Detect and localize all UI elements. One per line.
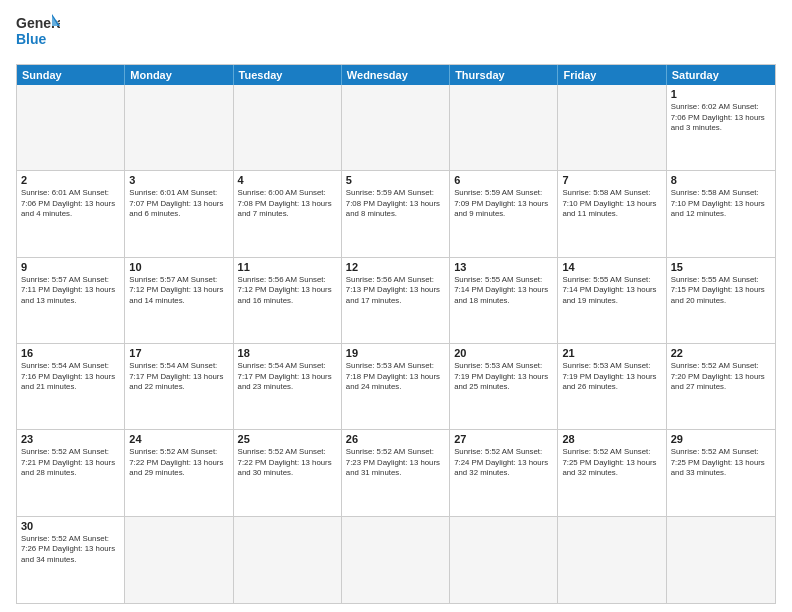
day-header: Sunday xyxy=(17,65,125,85)
calendar-cell xyxy=(342,517,450,603)
calendar-week: 23Sunrise: 5:52 AM Sunset: 7:21 PM Dayli… xyxy=(17,430,775,516)
cell-date: 17 xyxy=(129,347,228,359)
cell-date: 26 xyxy=(346,433,445,445)
calendar-cell: 24Sunrise: 5:52 AM Sunset: 7:22 PM Dayli… xyxy=(125,430,233,515)
cell-info: Sunrise: 5:53 AM Sunset: 7:18 PM Dayligh… xyxy=(346,361,445,393)
cell-date: 13 xyxy=(454,261,553,273)
calendar-cell: 28Sunrise: 5:52 AM Sunset: 7:25 PM Dayli… xyxy=(558,430,666,515)
cell-info: Sunrise: 5:53 AM Sunset: 7:19 PM Dayligh… xyxy=(562,361,661,393)
calendar-week: 1Sunrise: 6:02 AM Sunset: 7:06 PM Daylig… xyxy=(17,85,775,171)
calendar-cell: 23Sunrise: 5:52 AM Sunset: 7:21 PM Dayli… xyxy=(17,430,125,515)
cell-info: Sunrise: 5:59 AM Sunset: 7:09 PM Dayligh… xyxy=(454,188,553,220)
cell-date: 8 xyxy=(671,174,771,186)
cell-info: Sunrise: 5:55 AM Sunset: 7:15 PM Dayligh… xyxy=(671,275,771,307)
calendar-cell: 1Sunrise: 6:02 AM Sunset: 7:06 PM Daylig… xyxy=(667,85,775,170)
cell-info: Sunrise: 5:53 AM Sunset: 7:19 PM Dayligh… xyxy=(454,361,553,393)
calendar-cell xyxy=(234,517,342,603)
cell-info: Sunrise: 5:54 AM Sunset: 7:16 PM Dayligh… xyxy=(21,361,120,393)
calendar-body: 1Sunrise: 6:02 AM Sunset: 7:06 PM Daylig… xyxy=(17,85,775,603)
cell-date: 15 xyxy=(671,261,771,273)
cell-date: 25 xyxy=(238,433,337,445)
cell-date: 27 xyxy=(454,433,553,445)
calendar-cell: 3Sunrise: 6:01 AM Sunset: 7:07 PM Daylig… xyxy=(125,171,233,256)
calendar: SundayMondayTuesdayWednesdayThursdayFrid… xyxy=(16,64,776,604)
cell-info: Sunrise: 5:52 AM Sunset: 7:22 PM Dayligh… xyxy=(238,447,337,479)
cell-info: Sunrise: 5:55 AM Sunset: 7:14 PM Dayligh… xyxy=(454,275,553,307)
calendar-cell: 13Sunrise: 5:55 AM Sunset: 7:14 PM Dayli… xyxy=(450,258,558,343)
cell-date: 2 xyxy=(21,174,120,186)
calendar-week: 2Sunrise: 6:01 AM Sunset: 7:06 PM Daylig… xyxy=(17,171,775,257)
day-header: Wednesday xyxy=(342,65,450,85)
cell-date: 24 xyxy=(129,433,228,445)
calendar-cell xyxy=(450,85,558,170)
cell-date: 12 xyxy=(346,261,445,273)
calendar-cell xyxy=(450,517,558,603)
cell-date: 5 xyxy=(346,174,445,186)
cell-date: 20 xyxy=(454,347,553,359)
cell-info: Sunrise: 5:55 AM Sunset: 7:14 PM Dayligh… xyxy=(562,275,661,307)
calendar-cell: 7Sunrise: 5:58 AM Sunset: 7:10 PM Daylig… xyxy=(558,171,666,256)
cell-info: Sunrise: 5:54 AM Sunset: 7:17 PM Dayligh… xyxy=(129,361,228,393)
calendar-cell: 10Sunrise: 5:57 AM Sunset: 7:12 PM Dayli… xyxy=(125,258,233,343)
calendar-cell: 2Sunrise: 6:01 AM Sunset: 7:06 PM Daylig… xyxy=(17,171,125,256)
cell-date: 18 xyxy=(238,347,337,359)
calendar-cell xyxy=(342,85,450,170)
cell-info: Sunrise: 5:52 AM Sunset: 7:22 PM Dayligh… xyxy=(129,447,228,479)
calendar-cell: 8Sunrise: 5:58 AM Sunset: 7:10 PM Daylig… xyxy=(667,171,775,256)
calendar-cell: 6Sunrise: 5:59 AM Sunset: 7:09 PM Daylig… xyxy=(450,171,558,256)
calendar-cell xyxy=(234,85,342,170)
cell-date: 22 xyxy=(671,347,771,359)
calendar-cell: 25Sunrise: 5:52 AM Sunset: 7:22 PM Dayli… xyxy=(234,430,342,515)
cell-info: Sunrise: 5:54 AM Sunset: 7:17 PM Dayligh… xyxy=(238,361,337,393)
calendar-week: 9Sunrise: 5:57 AM Sunset: 7:11 PM Daylig… xyxy=(17,258,775,344)
cell-date: 7 xyxy=(562,174,661,186)
cell-info: Sunrise: 5:58 AM Sunset: 7:10 PM Dayligh… xyxy=(671,188,771,220)
calendar-cell xyxy=(125,517,233,603)
calendar-week: 30Sunrise: 5:52 AM Sunset: 7:26 PM Dayli… xyxy=(17,517,775,603)
cell-info: Sunrise: 5:52 AM Sunset: 7:24 PM Dayligh… xyxy=(454,447,553,479)
cell-info: Sunrise: 5:57 AM Sunset: 7:12 PM Dayligh… xyxy=(129,275,228,307)
calendar-cell: 18Sunrise: 5:54 AM Sunset: 7:17 PM Dayli… xyxy=(234,344,342,429)
cell-date: 23 xyxy=(21,433,120,445)
calendar-cell: 26Sunrise: 5:52 AM Sunset: 7:23 PM Dayli… xyxy=(342,430,450,515)
calendar-cell xyxy=(558,85,666,170)
cell-info: Sunrise: 5:52 AM Sunset: 7:23 PM Dayligh… xyxy=(346,447,445,479)
cell-date: 4 xyxy=(238,174,337,186)
cell-date: 30 xyxy=(21,520,120,532)
day-header: Friday xyxy=(558,65,666,85)
calendar-cell xyxy=(125,85,233,170)
calendar-cell: 9Sunrise: 5:57 AM Sunset: 7:11 PM Daylig… xyxy=(17,258,125,343)
cell-date: 11 xyxy=(238,261,337,273)
calendar-cell xyxy=(17,85,125,170)
cell-date: 6 xyxy=(454,174,553,186)
calendar-cell: 29Sunrise: 5:52 AM Sunset: 7:25 PM Dayli… xyxy=(667,430,775,515)
calendar-cell xyxy=(558,517,666,603)
cell-info: Sunrise: 5:56 AM Sunset: 7:12 PM Dayligh… xyxy=(238,275,337,307)
cell-info: Sunrise: 5:52 AM Sunset: 7:25 PM Dayligh… xyxy=(671,447,771,479)
day-header: Monday xyxy=(125,65,233,85)
cell-date: 9 xyxy=(21,261,120,273)
cell-date: 21 xyxy=(562,347,661,359)
logo: General Blue xyxy=(16,12,60,56)
calendar-cell: 16Sunrise: 5:54 AM Sunset: 7:16 PM Dayli… xyxy=(17,344,125,429)
cell-date: 3 xyxy=(129,174,228,186)
cell-info: Sunrise: 6:02 AM Sunset: 7:06 PM Dayligh… xyxy=(671,102,771,134)
calendar-cell: 11Sunrise: 5:56 AM Sunset: 7:12 PM Dayli… xyxy=(234,258,342,343)
calendar-cell: 15Sunrise: 5:55 AM Sunset: 7:15 PM Dayli… xyxy=(667,258,775,343)
cell-info: Sunrise: 5:58 AM Sunset: 7:10 PM Dayligh… xyxy=(562,188,661,220)
cell-date: 28 xyxy=(562,433,661,445)
calendar-cell: 19Sunrise: 5:53 AM Sunset: 7:18 PM Dayli… xyxy=(342,344,450,429)
day-header: Tuesday xyxy=(234,65,342,85)
calendar-cell: 27Sunrise: 5:52 AM Sunset: 7:24 PM Dayli… xyxy=(450,430,558,515)
cell-date: 19 xyxy=(346,347,445,359)
day-header: Thursday xyxy=(450,65,558,85)
calendar-cell: 14Sunrise: 5:55 AM Sunset: 7:14 PM Dayli… xyxy=(558,258,666,343)
cell-info: Sunrise: 5:57 AM Sunset: 7:11 PM Dayligh… xyxy=(21,275,120,307)
cell-date: 10 xyxy=(129,261,228,273)
calendar-week: 16Sunrise: 5:54 AM Sunset: 7:16 PM Dayli… xyxy=(17,344,775,430)
day-header: Saturday xyxy=(667,65,775,85)
svg-text:Blue: Blue xyxy=(16,31,47,47)
calendar-cell: 4Sunrise: 6:00 AM Sunset: 7:08 PM Daylig… xyxy=(234,171,342,256)
cell-info: Sunrise: 5:52 AM Sunset: 7:20 PM Dayligh… xyxy=(671,361,771,393)
calendar-cell: 5Sunrise: 5:59 AM Sunset: 7:08 PM Daylig… xyxy=(342,171,450,256)
